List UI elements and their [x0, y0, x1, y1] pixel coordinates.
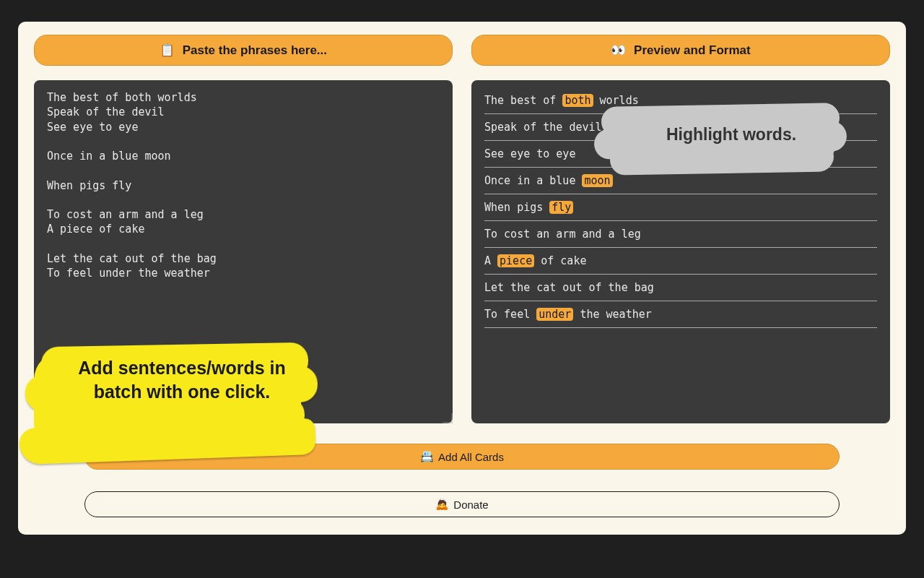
preview-text: When pigs	[484, 201, 549, 214]
donate-button[interactable]: 🙇 Donate	[84, 491, 840, 517]
clipboard-icon: 📋	[160, 43, 175, 57]
preview-line[interactable]: Speak of the devil	[484, 114, 877, 141]
preview-text: of cake	[534, 254, 586, 267]
left-column: 📋 Paste the phrases here... Add sentence…	[34, 35, 453, 423]
preview-text: The best of	[484, 94, 562, 107]
right-header-label: Preview and Format	[634, 43, 751, 57]
preview-text: the weather	[573, 308, 651, 321]
preview-text: worlds	[593, 94, 639, 107]
right-column: 👀 Preview and Format The best of both wo…	[471, 35, 890, 423]
preview-line[interactable]: When pigs fly	[484, 194, 877, 221]
left-header-label: Paste the phrases here...	[183, 43, 327, 57]
preview-line[interactable]: A piece of cake	[484, 248, 877, 275]
main-panel: 📋 Paste the phrases here... Add sentence…	[18, 22, 906, 535]
eyes-icon: 👀	[611, 43, 626, 57]
preview-line[interactable]: Let the cat out of the bag	[484, 275, 877, 301]
preview-line[interactable]: To feel under the weather	[484, 301, 877, 328]
add-all-cards-label: Add All Cards	[438, 451, 504, 463]
phrases-textarea[interactable]	[34, 80, 453, 423]
preview-line[interactable]: See eye to eye	[484, 141, 877, 168]
preview-line[interactable]: The best of both worlds	[484, 87, 877, 114]
highlighted-word[interactable]: moon	[582, 174, 612, 187]
left-header: 📋 Paste the phrases here...	[34, 35, 453, 66]
highlighted-word[interactable]: under	[536, 308, 573, 321]
preview-line[interactable]: To cost an arm and a leg	[484, 221, 877, 248]
preview-text: A	[484, 254, 497, 267]
highlighted-word[interactable]: both	[562, 94, 593, 107]
preview-box[interactable]: The best of both worldsSpeak of the devi…	[471, 80, 890, 423]
columns: 📋 Paste the phrases here... Add sentence…	[34, 35, 890, 423]
preview-text: To feel	[484, 308, 536, 321]
textarea-wrap: Add sentences/words in batch with one cl…	[34, 80, 453, 423]
preview-text: To cost an arm and a leg	[484, 228, 641, 241]
bottom-buttons: 📇 Add All Cards 🙇 Donate	[34, 423, 890, 517]
preview-text: Once in a blue	[484, 174, 582, 187]
preview-text: Speak of the devil	[484, 121, 602, 134]
highlighted-word[interactable]: fly	[549, 201, 573, 214]
card-icon: 📇	[420, 450, 434, 463]
donate-label: Donate	[453, 499, 488, 511]
preview-line[interactable]: Once in a blue moon	[484, 168, 877, 194]
preview-text: Let the cat out of the bag	[484, 281, 654, 294]
donate-icon: 🙇	[435, 498, 449, 511]
preview-text: See eye to eye	[484, 147, 575, 160]
right-header: 👀 Preview and Format	[471, 35, 890, 66]
add-all-cards-button[interactable]: 📇 Add All Cards	[84, 444, 840, 470]
highlighted-word[interactable]: piece	[497, 254, 534, 267]
